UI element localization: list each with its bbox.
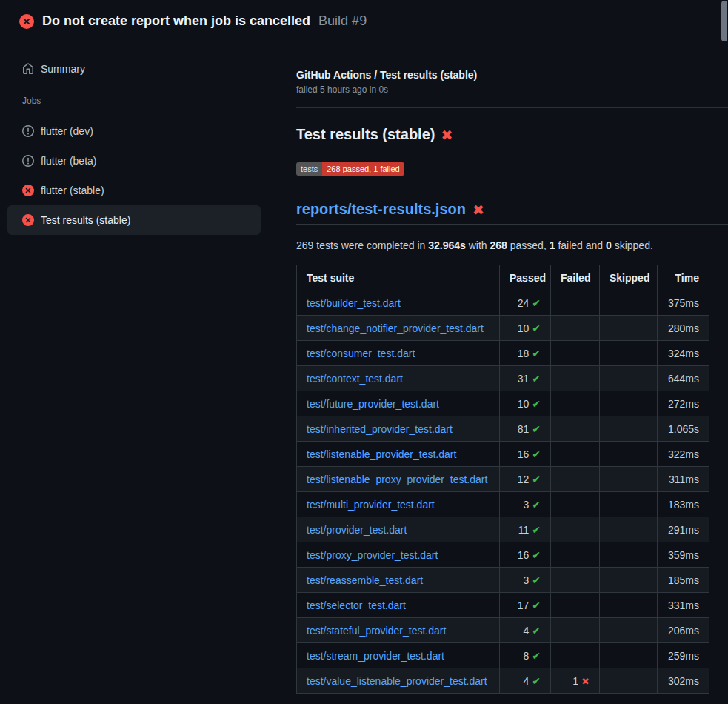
time-cell: 183ms [658,492,709,517]
content: Summary Jobs flutter (dev) flutter (beta… [0,42,728,694]
suite-link[interactable]: test/consumer_test.dart [307,348,415,359]
passed-count: 10 [518,322,530,334]
check-icon: ✔ [532,600,541,611]
table-row: test/proxy_provider_test.dart 16✔ 359ms [297,542,709,568]
home-icon [22,63,34,75]
sidebar-item-test-results-stable[interactable]: Test results (stable) [7,205,261,235]
failed-cell [551,290,600,316]
build-number: Build #9 [318,13,367,29]
skipped-cell [600,668,658,694]
failed-cell [551,442,600,467]
failed-cell: 1✖ [551,668,600,694]
passed-cell: 3✔ [500,492,551,517]
report-link[interactable]: reports/test-results.json [296,201,466,218]
suite-link[interactable]: test/reassemble_test.dart [307,574,423,586]
passed-count: 3 [523,574,529,586]
check-icon: ✔ [532,474,541,485]
suite-link[interactable]: test/inherited_provider_test.dart [307,423,453,435]
sidebar-item-summary[interactable]: Summary [7,54,261,84]
passed-count: 16 [518,549,530,561]
passed-cell: 8✔ [500,643,551,668]
failed-x-icon: ✖ [472,203,484,217]
check-icon: ✔ [532,524,541,536]
suite-link[interactable]: test/listenable_provider_test.dart [307,448,456,460]
suite-link[interactable]: test/future_provider_test.dart [307,398,439,410]
table-row: test/consumer_test.dart 18✔ 324ms [297,341,709,366]
passed-cell: 16✔ [500,542,551,568]
passed-count: 16 [518,448,530,460]
sidebar-item-label: Test results (stable) [41,214,130,226]
passed-count: 11 [518,524,530,536]
table-row: test/value_listenable_provider_test.dart… [297,668,709,694]
check-icon: ✔ [532,398,541,410]
skipped-cell [600,341,658,366]
check-run-page: Do not create report when job is cancell… [0,0,728,704]
skipped-cell [600,618,658,643]
passed-cell: 31✔ [500,366,551,391]
suite-link[interactable]: test/stream_provider_test.dart [307,650,444,662]
main-panel: GitHub Actions / Test results (stable) f… [296,42,728,694]
badge-value: 268 passed, 1 failed [322,162,404,176]
sidebar-item-flutter-dev[interactable]: flutter (dev) [7,116,261,146]
summary-duration: 32.964s [428,239,466,251]
passed-count: 10 [518,398,530,410]
results-table-body: test/builder_test.dart 24✔ 375ms test/ch… [297,290,709,694]
passed-cell: 3✔ [500,568,551,593]
check-icon: ✔ [532,423,541,435]
passed-cell: 4✔ [500,668,551,694]
suite-link[interactable]: test/builder_test.dart [307,297,401,309]
table-row: test/provider_test.dart 11✔ 291ms [297,517,709,542]
suite-link[interactable]: test/context_test.dart [307,373,403,385]
time-cell: 206ms [658,618,709,643]
sidebar-item-label: Summary [41,63,85,75]
check-icon: ✔ [532,574,541,586]
time-cell: 1.065s [658,416,709,442]
failed-count: 1 [572,675,578,687]
summary-prefix: 269 tests were completed in [296,239,428,251]
sidebar-item-flutter-beta[interactable]: flutter (beta) [7,146,261,176]
scrollbar-thumb[interactable] [721,1,727,41]
exclamation-circle-icon [22,155,34,167]
passed-cell: 18✔ [500,341,551,366]
suite-link[interactable]: test/stateful_provider_test.dart [307,625,446,637]
time-cell: 375ms [658,290,709,316]
time-cell: 324ms [658,341,709,366]
skipped-cell [600,517,658,542]
breadcrumb: GitHub Actions / Test results (stable) [296,69,728,81]
skipped-cell [600,467,658,492]
table-row: test/future_provider_test.dart 10✔ 272ms [297,391,709,416]
failed-cell [551,341,600,366]
check-icon: ✔ [532,322,541,334]
suite-link[interactable]: test/provider_test.dart [307,524,407,536]
skipped-cell [600,391,658,416]
summary-passed-count: 268 [490,239,507,251]
suite-link[interactable]: test/change_notifier_provider_test.dart [307,322,484,334]
sidebar-item-flutter-stable[interactable]: flutter (stable) [7,176,261,205]
x-circle-icon [22,185,34,196]
time-cell: 272ms [658,391,709,416]
passed-count: 81 [518,423,530,435]
passed-count: 12 [518,474,530,485]
suite-link[interactable]: test/listenable_proxy_provider_test.dart [307,474,487,485]
check-icon: ✔ [532,650,541,662]
skipped-cell [600,316,658,341]
table-row: test/builder_test.dart 24✔ 375ms [297,290,709,316]
summary-skipped-count: 0 [606,239,612,251]
failed-x-icon: ✖ [441,128,453,142]
suite-link[interactable]: test/multi_provider_test.dart [307,499,435,511]
passed-count: 4 [523,625,529,637]
time-cell: 259ms [658,643,709,668]
passed-count: 31 [518,373,530,385]
table-row: test/inherited_provider_test.dart 81✔ 1.… [297,416,709,442]
table-row: test/selector_test.dart 17✔ 331ms [297,593,709,618]
time-cell: 280ms [658,316,709,341]
suite-link[interactable]: test/proxy_provider_test.dart [307,549,438,561]
suite-link[interactable]: test/value_listenable_provider_test.dart [307,675,487,687]
passed-cell: 16✔ [500,442,551,467]
failed-cell [551,316,600,341]
check-icon: ✔ [532,549,541,561]
check-icon: ✔ [532,625,541,637]
column-header-test-suite: Test suite [297,265,500,290]
summary-mid3: failed and [555,239,607,251]
suite-link[interactable]: test/selector_test.dart [307,600,406,611]
